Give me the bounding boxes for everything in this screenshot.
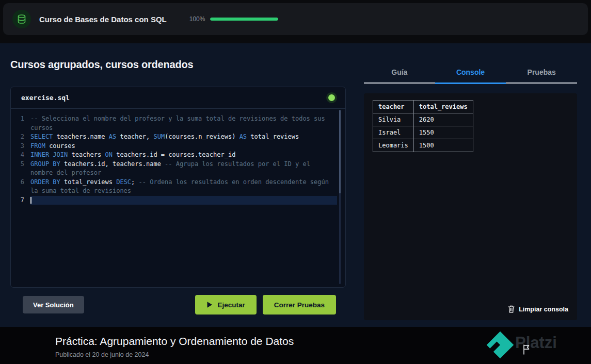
- app-window: Curso de Bases de Datos con SQL 100% Cur…: [0, 0, 591, 364]
- clear-console-button[interactable]: Limpiar consola: [508, 305, 568, 313]
- code-line[interactable]: 7: [11, 196, 337, 205]
- line-number: 3: [11, 142, 30, 151]
- line-text: FROM courses: [30, 142, 337, 151]
- console-cell: 1550: [413, 126, 473, 139]
- tab-console[interactable]: Console: [435, 62, 506, 82]
- editor-status-dot: [328, 94, 335, 101]
- code-line[interactable]: 5GROUP BY teachers.id, teachers.name -- …: [11, 160, 337, 178]
- flag-icon[interactable]: [522, 344, 531, 355]
- console-result-table: teachertotal_reviewsSilvia2620Israel1550…: [373, 100, 473, 152]
- console-header-row: teachertotal_reviews: [373, 101, 473, 113]
- line-number: 1: [11, 114, 30, 133]
- scrollbar-thumb[interactable]: [339, 110, 341, 193]
- database-icon: [17, 14, 27, 24]
- editor-filename: exercise.sql: [21, 94, 70, 102]
- console-panel: teachertotal_reviewsSilvia2620Israel1550…: [364, 93, 577, 320]
- code-line[interactable]: 2SELECT teachers.name AS teacher, SUM(co…: [11, 133, 337, 142]
- code-line[interactable]: 1-- Selecciona el nombre del profesor y …: [11, 114, 337, 133]
- tab-pruebas[interactable]: Pruebas: [506, 62, 577, 82]
- code-area[interactable]: 1-- Selecciona el nombre del profesor y …: [11, 109, 337, 286]
- sql-editor[interactable]: exercise.sql 1-- Selecciona el nombre de…: [10, 87, 346, 288]
- console-row: Silvia2620: [373, 113, 473, 126]
- code-line[interactable]: 4INNER JOIN teachers ON teachers.id = co…: [11, 151, 337, 160]
- tab-guia[interactable]: Guía: [364, 62, 435, 82]
- progress-label: 100%: [189, 15, 205, 23]
- console-cell: Leomaris: [373, 139, 414, 152]
- lesson-title: Práctica: Agrupamiento y Ordenamiento de…: [55, 335, 294, 348]
- exercise-title: Cursos agrupados, cursos ordenados: [10, 59, 193, 71]
- line-number: 5: [11, 160, 30, 178]
- line-text: -- Selecciona el nombre del profesor y l…: [30, 114, 337, 133]
- console-cell: Israel: [373, 126, 414, 139]
- line-text: SELECT teachers.name AS teacher, SUM(cou…: [30, 133, 337, 142]
- line-number: 4: [11, 151, 30, 160]
- platzi-wordmark: Platzi: [515, 334, 557, 352]
- published-date: Publicado el 20 de junio de 2024: [55, 351, 149, 358]
- console-col-header: teacher: [373, 101, 414, 113]
- main-panel: Cursos agrupados, cursos ordenados exerc…: [0, 43, 591, 327]
- panel-tabs: GuíaConsolePruebas: [364, 62, 577, 84]
- console-row: Israel1550: [373, 126, 473, 139]
- platzi-logo-icon: [485, 329, 515, 360]
- line-text: [30, 196, 337, 205]
- view-solution-button[interactable]: Ver Solución: [23, 296, 84, 313]
- console-cell: Silvia: [373, 113, 414, 126]
- progress-fill: [210, 18, 278, 21]
- line-number: 2: [11, 133, 30, 142]
- editor-actions: Ver Solución Ejecutar Correr Pruebas: [10, 295, 346, 315]
- run-button-label: Ejecutar: [217, 301, 245, 309]
- line-number: 6: [11, 178, 30, 196]
- footer: Práctica: Agrupamiento y Ordenamiento de…: [0, 327, 591, 364]
- code-line[interactable]: 3FROM courses: [11, 142, 337, 151]
- course-badge[interactable]: [12, 10, 31, 28]
- trash-icon: [508, 305, 515, 313]
- editor-header: exercise.sql: [11, 87, 345, 109]
- console-row: Leomaris1500: [373, 139, 473, 152]
- run-button[interactable]: Ejecutar: [195, 295, 256, 315]
- editor-scrollbar[interactable]: [339, 110, 341, 284]
- run-tests-button[interactable]: Correr Pruebas: [263, 295, 336, 315]
- line-text: ORDER BY total_reviews DESC; -- Ordena l…: [30, 178, 337, 196]
- topbar: Curso de Bases de Datos con SQL 100%: [3, 3, 588, 35]
- line-number: 7: [11, 196, 30, 205]
- course-title: Curso de Bases de Datos con SQL: [39, 15, 167, 24]
- line-text: GROUP BY teachers.id, teachers.name -- A…: [30, 160, 337, 178]
- console-cell: 2620: [413, 113, 473, 126]
- clear-console-label: Limpiar consola: [519, 306, 568, 313]
- code-line[interactable]: 6ORDER BY total_reviews DESC; -- Ordena …: [11, 178, 337, 196]
- console-col-header: total_reviews: [413, 101, 473, 113]
- play-icon: [206, 301, 213, 308]
- progress-bar: [210, 18, 278, 21]
- console-cell: 1500: [413, 139, 473, 152]
- line-text: INNER JOIN teachers ON teachers.id = cou…: [30, 151, 337, 160]
- text-cursor: [30, 197, 31, 204]
